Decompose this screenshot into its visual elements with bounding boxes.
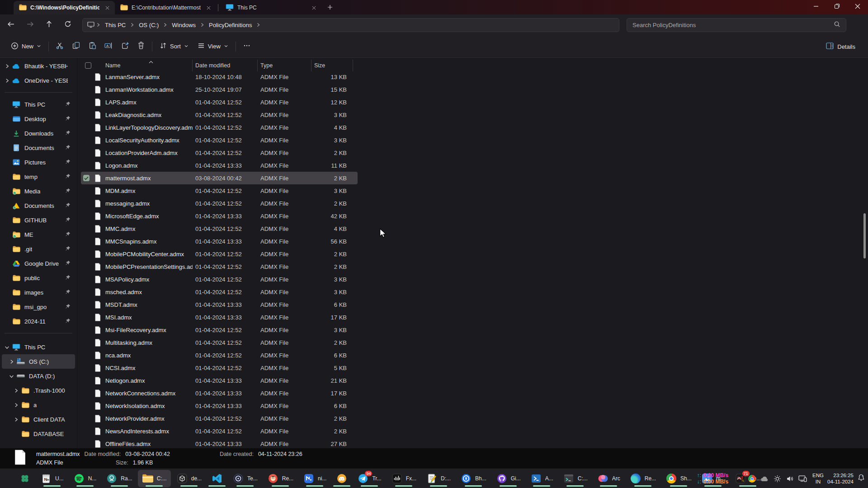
file-row-laps-admx[interactable]: LAPS.admx 01-04-2024 12:52 ADMX File 12 … <box>81 96 358 108</box>
up-button[interactable] <box>41 18 57 32</box>
taskbar-app-spotify[interactable]: N... <box>69 470 101 487</box>
sidebar-item-this-pc[interactable]: This PC <box>2 97 75 112</box>
file-row-networkprovider-admx[interactable]: NetworkProvider.admx 01-04-2024 12:52 AD… <box>81 412 358 425</box>
search-box[interactable]: Search PolicyDefinitions <box>627 18 846 32</box>
sidebar-item-images[interactable]: images <box>2 285 75 300</box>
net-speed-widget[interactable]: ↑:0.00 MB/s ↓:0.00 MB/s <box>697 472 728 485</box>
sidebar-item-documents[interactable]: Documents <box>2 198 75 213</box>
file-row-mobilepcpresentationsettings-admx[interactable]: MobilePCPresentationSettings.admx 01-04-… <box>81 260 358 273</box>
cut-button[interactable] <box>52 39 68 54</box>
minimize-button[interactable] <box>806 0 826 14</box>
sidebar-item-trash-1000[interactable]: .Trash-1000 <box>2 383 75 398</box>
tray-chevron-up-icon[interactable] <box>733 472 745 485</box>
tray-cloud-gray-icon[interactable] <box>759 472 770 485</box>
tab-close-button[interactable] <box>310 4 318 12</box>
taskbar-app-ring-app[interactable]: Te... <box>228 470 262 487</box>
column-header-size[interactable]: Size <box>311 60 353 71</box>
sidebar-item-data-d[interactable]: DATA (D:) <box>2 369 75 383</box>
delete-button[interactable] <box>133 39 149 54</box>
file-row-msdt-admx[interactable]: MSDT.admx 01-04-2024 13:33 ADMX File 6 K… <box>81 298 358 311</box>
file-row-msi-admx[interactable]: MSI.admx 01-04-2024 13:33 ADMX File 17 K… <box>81 311 358 324</box>
sidebar-item-desktop[interactable]: Desktop <box>2 112 75 126</box>
more-options-button[interactable] <box>239 39 255 54</box>
file-row-nca-admx[interactable]: nca.admx 01-04-2024 12:52 ADMX File 6 KB <box>81 349 358 361</box>
sidebar-item-database[interactable]: DATABASE <box>2 427 75 441</box>
taskbar-app-teal-app[interactable]: Ra... <box>102 470 136 487</box>
paste-button[interactable] <box>84 39 100 54</box>
sidebar-item-git[interactable]: .git <box>2 242 75 256</box>
sidebar-item-temp[interactable]: temp <box>2 169 75 184</box>
file-row-msapolicy-admx[interactable]: MSAPolicy.admx 01-04-2024 12:52 ADMX Fil… <box>81 273 358 286</box>
tray-cast-icon[interactable] <box>797 472 808 485</box>
taskbar-app-edge[interactable]: Re... <box>626 470 660 487</box>
breadcrumb-windows[interactable]: Windows <box>168 20 199 30</box>
file-row-multitasking-admx[interactable]: Multitasking.admx 01-04-2024 12:52 ADMX … <box>81 336 358 349</box>
chevron-right-icon[interactable] <box>11 417 21 422</box>
breadcrumb-os-c[interactable]: OS (C:) <box>135 20 162 30</box>
notification-bell-button[interactable]: z <box>857 474 865 483</box>
sidebar-item-os-c[interactable]: OS (C:) <box>2 354 75 369</box>
sidebar-item-pictures[interactable]: Pictures <box>2 155 75 169</box>
file-row-mmcsnapins-admx[interactable]: MMCSnapins.admx 01-04-2024 13:33 ADMX Fi… <box>81 235 358 248</box>
file-row-networkisolation-admx[interactable]: NetworkIsolation.admx 01-04-2024 13:33 A… <box>81 399 358 412</box>
file-row-logon-admx[interactable]: Logon.admx 01-04-2024 13:33 ADMX File 11… <box>81 159 358 172</box>
new-button[interactable]: New <box>6 39 46 54</box>
row-checkbox[interactable] <box>83 175 90 181</box>
file-row-msi-filerecovery-admx[interactable]: Msi-FileRecovery.admx 01-04-2024 12:52 A… <box>81 324 358 336</box>
tray-chrome-mini-icon[interactable] <box>746 472 758 485</box>
file-row-netlogon-admx[interactable]: Netlogon.admx 01-04-2024 13:33 ADMX File… <box>81 374 358 387</box>
sidebar-item-client-data[interactable]: Client DATA <box>2 412 75 427</box>
file-row-lanmanworkstation-admx[interactable]: LanmanWorkstation.admx 25-10-2024 19:07 … <box>81 83 358 96</box>
file-row-microsoftedge-admx[interactable]: MicrosoftEdge.admx 01-04-2024 13:33 ADMX… <box>81 210 358 222</box>
address-bar[interactable]: This PCOS (C:)WindowsPolicyDefinitions <box>82 18 619 32</box>
sidebar-item-public[interactable]: public <box>2 271 75 285</box>
file-row-linklayertopologydiscovery-admx[interactable]: LinkLayerTopologyDiscovery.admx 01-04-20… <box>81 121 358 134</box>
clock[interactable]: 23:26:25 04-11-2024 <box>827 472 854 485</box>
tab-this-pc[interactable]: This PC <box>220 1 321 14</box>
file-row-networkconnections-admx[interactable]: NetworkConnections.admx 01-04-2024 13:33… <box>81 387 358 399</box>
maximize-button[interactable] <box>826 0 847 14</box>
details-button[interactable]: Details <box>821 39 860 54</box>
back-button[interactable] <box>3 18 19 32</box>
column-header-name[interactable]: Name <box>103 60 193 71</box>
column-header-date[interactable]: Date modified <box>193 60 258 71</box>
new-tab-button[interactable] <box>324 1 336 13</box>
taskbar-app-arc[interactable]: Arc <box>593 470 624 487</box>
chevron-right-icon[interactable] <box>11 388 21 393</box>
file-row-leakdiagnostic-admx[interactable]: LeakDiagnostic.admx 01-04-2024 12:52 ADM… <box>81 108 358 121</box>
tab-e-contributation-mattermost[interactable]: E:\Contributation\Mattermost\ <box>115 1 216 14</box>
sidebar-item-github[interactable]: GITHUB <box>2 213 75 227</box>
view-button[interactable]: View <box>193 39 233 54</box>
sidebar-item-2024-11[interactable]: 2024-11 <box>2 314 75 328</box>
chevron-right-icon[interactable] <box>11 403 21 408</box>
taskbar-app-file-explorer[interactable]: C:... <box>138 470 171 487</box>
sidebar-item-documents[interactable]: Documents <box>2 141 75 155</box>
sort-button[interactable]: Sort <box>155 39 193 54</box>
language-indicator[interactable]: ENG IN <box>812 472 824 485</box>
rename-button[interactable]: A <box>100 39 117 54</box>
chevron-right-icon[interactable] <box>2 64 12 69</box>
forward-button[interactable] <box>22 18 38 32</box>
chevron-right-icon[interactable] <box>6 359 16 364</box>
breadcrumb-policydefinitions[interactable]: PolicyDefinitions <box>205 20 255 30</box>
tab-close-button[interactable] <box>103 4 111 12</box>
sidebar-item-bhautik-yesbh[interactable]: Bhautik - YESBH <box>2 59 75 73</box>
file-row-msched-admx[interactable]: msched.admx 01-04-2024 12:52 ADMX File 3… <box>81 286 358 298</box>
tray-brightness-icon[interactable] <box>771 472 783 485</box>
sidebar-item-google-drive[interactable]: Google Drive <box>2 256 75 271</box>
tray-volume-icon[interactable] <box>784 472 796 485</box>
taskbar-app-vscode[interactable] <box>207 470 227 487</box>
taskbar-app-notepad[interactable]: N U... <box>36 470 68 487</box>
file-row-mdm-admx[interactable]: MDM.admx 01-04-2024 12:52 ADMX File 3 KB <box>81 184 358 197</box>
file-row-locationprovideradm-admx[interactable]: LocationProviderAdm.admx 01-04-2024 12:5… <box>81 146 358 159</box>
share-button[interactable] <box>117 39 133 54</box>
file-row-newsandinterests-admx[interactable]: NewsAndInterests.admx 01-04-2024 12:52 A… <box>81 425 358 437</box>
refresh-button[interactable] <box>60 18 76 32</box>
taskbar-app-notepad-plus[interactable]: D:... <box>422 470 455 487</box>
taskbar-app-github[interactable]: Gi... <box>492 470 525 487</box>
vertical-scrollbar[interactable] <box>863 213 866 258</box>
taskbar-app-blue-app[interactable]: ni... <box>299 470 330 487</box>
file-row-messaging-admx[interactable]: messaging.admx 01-04-2024 12:52 ADMX Fil… <box>81 197 358 210</box>
taskbar-app-equalizer-app[interactable]: Fx... <box>387 470 420 487</box>
file-row-ncsi-admx[interactable]: NCSI.admx 01-04-2024 12:52 ADMX File 5 K… <box>81 361 358 374</box>
